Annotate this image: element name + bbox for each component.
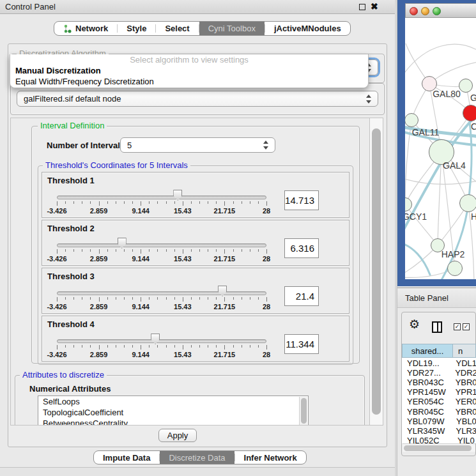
threshold-value-field[interactable]: 21.4	[284, 286, 319, 306]
list-scrollbar[interactable]	[299, 397, 307, 426]
cell-name: YER0	[451, 397, 476, 406]
tab-infer-network[interactable]: Infer Network	[235, 451, 306, 464]
main-scrollbar-thumb[interactable]	[372, 128, 381, 415]
num-intervals-spinner[interactable]: 5	[120, 137, 275, 153]
threshold-label: Threshold 1	[47, 176, 95, 185]
network-canvas[interactable]: GAL80GACGAL11GAL4GCY1HHAP2	[405, 18, 476, 279]
threshold-value-field[interactable]: 11.344	[284, 334, 319, 354]
settings-scroll-area: Interval Definition Number of Intervals …	[10, 118, 369, 426]
node-label: H	[471, 211, 476, 222]
close-icon[interactable]: ✖	[371, 1, 378, 12]
table-horizontal-scrollbar[interactable]	[403, 443, 475, 452]
tab-select[interactable]: Select	[156, 22, 198, 35]
table-data-combobox[interactable]: galFiltered.sif default node	[17, 91, 378, 107]
column-header-shared-name[interactable]: shared...	[402, 344, 453, 358]
tab-discretize-data[interactable]: Discretize Data	[160, 451, 234, 464]
column-header-name[interactable]: n	[453, 344, 476, 358]
table-row[interactable]: YBL079WYBL0	[402, 417, 476, 426]
mac-close-button[interactable]	[410, 7, 418, 15]
table-data-value: galFiltered.sif default node	[24, 94, 121, 104]
attributes-group-title: Attributes to discretize	[20, 370, 107, 380]
slider-tick-labels: -3.4262.8599.14415.4321.71528	[57, 351, 268, 358]
attribute-item[interactable]: TopologicalCoefficient	[38, 407, 308, 418]
float-window-icon[interactable]	[359, 4, 365, 10]
cell-shared-name: YPR145W	[402, 387, 451, 397]
table-row[interactable]: YBR045CYBR0	[402, 407, 476, 417]
cell-name: YBR0	[451, 378, 476, 387]
tab-impute-data[interactable]: Impute Data	[94, 451, 159, 464]
tab-network[interactable]: Network	[54, 22, 117, 35]
table-row[interactable]: YDL19...YDL1	[402, 358, 476, 368]
algorithm-popup: Select algorithm to view settings Manual…	[10, 54, 369, 88]
cell-shared-name: YBR043C	[402, 378, 451, 387]
tab-style[interactable]: Style	[118, 22, 155, 35]
threshold-value-field[interactable]: 14.713	[284, 190, 319, 210]
slider-tick-labels: -3.4262.8599.14415.4321.71528	[57, 255, 268, 263]
cell-name: YIL0	[453, 436, 475, 443]
select-all-checkbox-icon[interactable]: ✓	[454, 323, 461, 330]
tab-jactivemnodules[interactable]: jActiveMNodules	[265, 22, 350, 35]
popup-placeholder-item: Select algorithm to view settings	[10, 54, 368, 65]
select-none-checkbox-icon[interactable]: ✓	[463, 323, 470, 330]
list-scrollbar-thumb[interactable]	[301, 398, 307, 424]
popup-option-manual[interactable]: Manual Discretization	[10, 65, 368, 76]
slider-track[interactable]	[57, 339, 266, 343]
numerical-attributes-list[interactable]: SelfLoopsTopologicalCoefficientBetweenne…	[38, 395, 309, 426]
cell-name: YBL0	[452, 417, 476, 426]
mac-minimize-button[interactable]	[421, 7, 429, 15]
threshold-value-field[interactable]: 6.316	[284, 238, 319, 258]
threshold-label: Threshold 4	[47, 319, 95, 329]
slider-ruler	[57, 345, 268, 350]
node-label: GAL11	[412, 127, 440, 137]
table-row[interactable]: YBR043CYBR0	[402, 378, 476, 387]
table-row[interactable]: YLR345WYLR3	[402, 426, 476, 436]
slider-ruler	[57, 297, 268, 302]
threshold-row-4: Threshold 4 -3.4262.8599.14415.4321.7152…	[42, 316, 349, 362]
numerical-attributes-label: Numerical Attributes	[29, 384, 111, 394]
gear-icon[interactable]: ⚙	[409, 318, 420, 331]
network-node-c[interactable]	[463, 105, 476, 121]
slider-track[interactable]	[57, 196, 266, 199]
network-window-titlebar[interactable]	[405, 3, 476, 18]
network-node-h[interactable]	[459, 194, 476, 212]
network-node-ga[interactable]	[459, 79, 473, 93]
cell-name: YDR2	[450, 368, 476, 378]
node-table[interactable]: YDL19...YDL1YDR27...YDR2YBR043CYBR0YPR14…	[402, 358, 476, 443]
slider-track[interactable]	[57, 243, 266, 247]
slider-track[interactable]	[57, 291, 266, 295]
cell-shared-name: YDR27...	[402, 368, 450, 378]
table-panel-title: Table Panel	[405, 293, 449, 303]
network-node-gal11[interactable]	[405, 113, 418, 127]
threshold-label: Threshold 2	[47, 224, 95, 233]
thresholds-group-title: Threshold's Coordinates for 5 Intervals	[43, 160, 190, 170]
threshold-row-3: Threshold 3 -3.4262.8599.14415.4321.7152…	[42, 268, 349, 314]
screen: Control Panel ✖ NetworkStyleSelectCyni T…	[0, 0, 476, 476]
apply-button[interactable]: Apply	[158, 429, 197, 442]
attribute-item[interactable]: SelfLoops	[38, 396, 308, 407]
attribute-item[interactable]: BetweennessCentrality	[38, 418, 308, 426]
mac-zoom-button[interactable]	[433, 7, 441, 15]
table-row[interactable]: YPR145WYPR1	[402, 387, 476, 397]
table-row[interactable]: YER054CYER0	[402, 397, 476, 406]
bottom-tabbar: Impute DataDiscretize DataInfer Network	[93, 450, 307, 464]
table-scrollbar-thumb[interactable]	[404, 445, 472, 451]
spinner-arrows-icon	[263, 141, 269, 150]
cell-shared-name: YBR045C	[402, 407, 451, 417]
cell-name: YLR3	[452, 426, 476, 436]
table-row[interactable]: YIL052CYIL0	[402, 436, 476, 443]
control-panel-title: Control Panel	[5, 2, 56, 12]
table-row[interactable]: YDR27...YDR2	[402, 368, 476, 378]
tab-cyni-toolbox[interactable]: Cyni Toolbox	[199, 22, 265, 35]
node-label: GAL4	[443, 160, 466, 171]
slider-ruler	[57, 249, 268, 254]
network-node[interactable]	[447, 261, 463, 276]
num-intervals-label: Number of Intervals	[47, 141, 125, 150]
network-icon	[63, 24, 72, 33]
columns-icon[interactable]	[432, 321, 442, 333]
cell-name: YBR0	[451, 407, 476, 417]
node-label: GA	[470, 93, 476, 103]
main-vertical-scrollbar[interactable]	[369, 118, 383, 426]
cell-shared-name: YIL052C	[402, 436, 453, 443]
popup-option-equal-width[interactable]: Equal Width/Frequency Discretization	[10, 76, 368, 87]
node-label: GCY1	[405, 211, 427, 222]
